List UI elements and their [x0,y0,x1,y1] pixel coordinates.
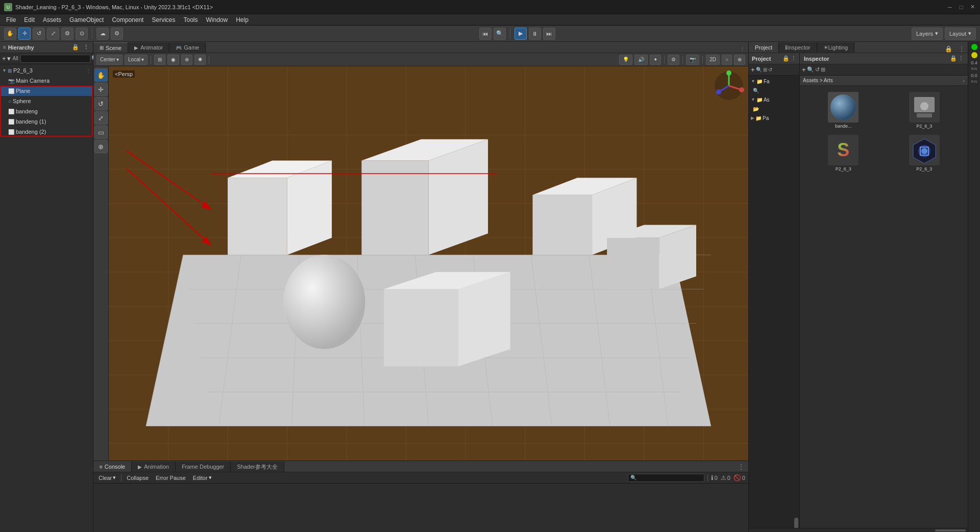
transform-tool-button[interactable]: ⊕ [94,140,108,153]
tab-game[interactable]: 🎮 Game [169,42,206,53]
hierarchy-search-input[interactable] [20,55,90,63]
menu-gameobject[interactable]: GameObject [65,14,108,25]
play-button[interactable]: ▶ [514,28,527,40]
hierarchy-item-sphere[interactable]: ○ Sphere [0,96,93,106]
tab-lighting[interactable]: ☀ Lighting [817,42,855,53]
inspector-grid-button[interactable]: ⊞ [821,66,825,73]
tab-shader-ref[interactable]: Shader参考大全 [231,462,284,472]
menu-edit[interactable]: Edit [20,14,39,25]
project-refresh-button[interactable]: ↺ [768,67,772,72]
proj-item-folder-small[interactable]: 📂 [749,104,799,113]
right-panel-scrollbar[interactable] [749,528,968,532]
tab-scene[interactable]: ⊞ Scene [93,42,128,53]
breadcrumb-forward-icon[interactable]: › [963,78,965,84]
hand-tool-button[interactable]: ✋ [94,68,108,82]
hierarchy-item-bandeng1[interactable]: ⬜ bandeng (1) [0,116,93,127]
mode-2d-button[interactable]: 2D [706,55,720,65]
asset-item-bande[interactable]: bande... [804,90,883,131]
center-dropdown[interactable]: Center ▾ [96,55,122,65]
toolbar-rotate-tool[interactable]: ↺ [33,28,45,40]
project-add-button[interactable]: + [751,66,755,74]
minimize-button[interactable]: ─ [946,4,953,11]
layers-dropdown[interactable]: Layers ▾ [912,28,943,40]
asset-item-scene[interactable]: P2_6_3 [885,90,964,131]
scroll-thumb[interactable] [794,518,798,528]
more-display[interactable]: ⊕ [734,55,745,65]
tab-inspector[interactable]: ℹ Inspector [779,42,817,53]
sphere-display[interactable]: ○ [722,55,732,65]
project-lock-icon[interactable]: 🔒 [782,55,790,62]
tab-animator[interactable]: ▶ Animator [128,42,169,53]
menu-file[interactable]: File [2,14,20,25]
hierarchy-item-bandeng[interactable]: ⬜ bandeng [0,106,93,116]
hierarchy-add-button[interactable]: + [2,54,6,63]
hierarchy-item-bandeng2[interactable]: ⬜ bandeng (2) [0,127,93,137]
toolbar-move-tool[interactable]: ✛ [18,28,31,40]
menu-assets[interactable]: Assets [39,14,65,25]
error-pause-button[interactable]: Error Pause [154,473,188,482]
hierarchy-root-item[interactable]: ▼ ⊞ P2_6_3 ⋮ [0,65,93,76]
scroll-bar-thumb[interactable] [935,529,966,531]
asset-item-prefab[interactable]: P2_6_3 [885,133,964,174]
tab-console[interactable]: ≡ Console [93,462,132,472]
clear-button[interactable]: Clear ▾ [96,473,118,482]
hierarchy-more-icon[interactable]: ⋮ [82,44,90,51]
toolbar-gear[interactable]: ⚙ [111,28,123,40]
menu-help[interactable]: Help [232,14,253,25]
warning-badge[interactable]: ⚠ 0 [721,474,730,481]
project-options-button[interactable]: ⊞ [763,67,767,72]
window-controls[interactable]: ─ □ ✕ [946,4,976,11]
proj-item-search[interactable]: 🔍 [749,86,799,95]
maximize-button[interactable]: □ [958,4,965,11]
tab-frame-debugger[interactable]: Frame Debugger [176,462,231,472]
root-more-icon[interactable]: ⋮ [86,68,91,74]
pause-button[interactable]: ⏸ [529,28,541,40]
menu-tools[interactable]: Tools [179,14,202,25]
snap-toggle[interactable]: ⊕ [181,55,192,65]
toolbar-scale-tool[interactable]: ⤢ [47,28,59,40]
grid-toggle[interactable]: ⊞ [154,55,165,65]
move-tool-button[interactable]: ✛ [94,83,108,96]
toolbar-circle-icon[interactable]: ⊙ [76,28,88,40]
project-more-icon[interactable]: ⋮ [791,55,796,62]
scene-options[interactable]: ⚙ [668,55,679,65]
error-badge[interactable]: 🚫 0 [733,474,745,481]
proj-item-fa[interactable]: ▼ 📁 Fa [749,77,799,86]
inspector-search-button[interactable]: 🔍 [807,66,814,73]
hierarchy-item-plane[interactable]: ⬜ Plane [0,86,93,96]
scale-tool-button[interactable]: ⤢ [94,111,108,125]
step-button[interactable]: ⏭ [543,28,555,40]
rect-tool-button[interactable]: ▭ [94,126,108,139]
audio-toggle[interactable]: 🔊 [634,55,648,65]
scene-more-button[interactable]: ⋮ [737,46,748,53]
menu-window[interactable]: Window [202,14,232,25]
right-panel-more[interactable]: ⋮ [955,45,968,53]
camera-options[interactable]: 📷 [686,55,699,65]
hierarchy-lock-icon[interactable]: 🔒 [71,44,80,51]
tab-project[interactable]: Project [749,42,779,53]
layout-dropdown[interactable]: Layout ▾ [945,28,976,40]
inspector-lock-icon[interactable]: 🔒 [950,55,957,62]
menu-services[interactable]: Services [148,14,179,25]
right-panel-lock[interactable]: 🔒 [942,45,955,53]
close-button[interactable]: ✕ [969,4,976,11]
rotate-tool-button[interactable]: ↺ [94,97,108,110]
bottom-tab-more[interactable]: ⋮ [734,462,748,472]
proj-item-as[interactable]: ▼ 📁 As [749,95,799,104]
local-dropdown[interactable]: Local ▾ [125,55,148,65]
scene-3d-viewport[interactable]: <Persp Y [109,66,748,461]
toolbar-settings[interactable]: ⚙ [61,28,74,40]
gizmo-toggle[interactable]: ✱ [194,55,206,65]
editor-dropdown[interactable]: Editor ▾ [191,473,214,482]
inspector-refresh-button[interactable]: ↺ [815,66,820,73]
toolbar-cloud[interactable]: ☁ [96,28,109,40]
scene-canvas[interactable]: <Persp Y [109,66,748,461]
info-badge[interactable]: ℹ 0 [711,474,718,481]
proj-item-pa[interactable]: ▶ 📁 Pa [749,113,799,123]
asset-item-shader[interactable]: S P2_6_3 [804,133,883,174]
toolbar-search[interactable]: 🔍 [494,28,506,40]
effects-toggle[interactable]: ✦ [650,55,661,65]
tab-animation[interactable]: ▶ Animation [132,462,176,472]
project-search-button[interactable]: 🔍 [756,67,762,72]
console-search-input[interactable] [628,474,704,482]
